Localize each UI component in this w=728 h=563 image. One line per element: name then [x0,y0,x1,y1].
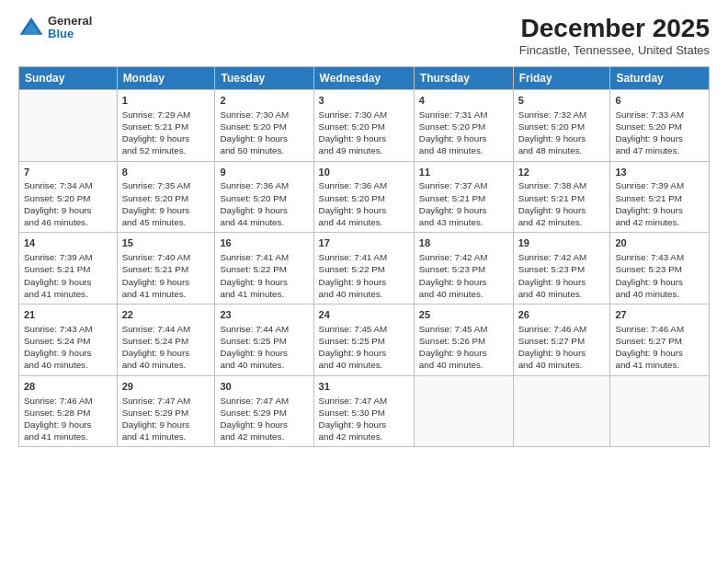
calendar-cell: 26Sunrise: 7:46 AM Sunset: 5:27 PM Dayli… [513,304,610,375]
calendar-cell [414,375,513,447]
day-info: Sunrise: 7:47 AM Sunset: 5:29 PM Dayligh… [122,395,210,443]
day-info: Sunrise: 7:36 AM Sunset: 5:20 PM Dayligh… [319,179,409,228]
calendar-cell [610,375,710,447]
calendar-cell: 17Sunrise: 7:41 AM Sunset: 5:22 PM Dayli… [313,233,414,304]
calendar-cell: 12Sunrise: 7:38 AM Sunset: 5:21 PM Dayli… [513,161,610,233]
calendar-cell: 19Sunrise: 7:42 AM Sunset: 5:23 PM Dayli… [513,233,610,304]
day-number: 21 [24,308,112,322]
subtitle: Fincastle, Tennessee, United States [519,43,710,57]
calendar: Sunday Monday Tuesday Wednesday Thursday… [18,66,710,448]
day-number: 17 [319,236,409,250]
day-info: Sunrise: 7:43 AM Sunset: 5:23 PM Dayligh… [615,251,704,300]
day-number: 20 [615,236,704,250]
calendar-cell: 13Sunrise: 7:39 AM Sunset: 5:21 PM Dayli… [610,161,710,233]
calendar-cell: 22Sunrise: 7:44 AM Sunset: 5:24 PM Dayli… [117,304,215,375]
day-info: Sunrise: 7:32 AM Sunset: 5:20 PM Dayligh… [518,109,606,157]
day-info: Sunrise: 7:40 AM Sunset: 5:21 PM Dayligh… [122,251,210,300]
calendar-cell: 27Sunrise: 7:46 AM Sunset: 5:27 PM Dayli… [610,304,710,375]
day-info: Sunrise: 7:33 AM Sunset: 5:20 PM Dayligh… [615,109,704,157]
main-title: December 2025 [519,15,710,43]
day-info: Sunrise: 7:31 AM Sunset: 5:20 PM Dayligh… [419,109,508,157]
calendar-cell [19,89,118,161]
day-info: Sunrise: 7:35 AM Sunset: 5:20 PM Dayligh… [122,179,210,228]
day-info: Sunrise: 7:30 AM Sunset: 5:20 PM Dayligh… [220,109,308,157]
page: General Blue December 2025 Fincastle, Te… [0,0,728,563]
day-info: Sunrise: 7:30 AM Sunset: 5:20 PM Dayligh… [319,109,409,157]
logo-blue: Blue [48,28,92,40]
logo-text: General Blue [48,15,92,41]
col-friday: Friday [513,66,610,89]
col-tuesday: Tuesday [215,66,313,89]
calendar-cell: 28Sunrise: 7:46 AM Sunset: 5:28 PM Dayli… [19,375,118,447]
day-info: Sunrise: 7:41 AM Sunset: 5:22 PM Dayligh… [319,251,409,300]
day-number: 14 [24,236,112,250]
day-info: Sunrise: 7:44 AM Sunset: 5:25 PM Dayligh… [220,323,308,372]
day-number: 25 [419,308,508,322]
day-info: Sunrise: 7:39 AM Sunset: 5:21 PM Dayligh… [24,251,112,300]
day-info: Sunrise: 7:47 AM Sunset: 5:30 PM Dayligh… [319,395,409,443]
calendar-cell: 11Sunrise: 7:37 AM Sunset: 5:21 PM Dayli… [414,161,513,233]
day-number: 24 [319,308,409,322]
day-number: 30 [220,380,308,394]
calendar-cell: 10Sunrise: 7:36 AM Sunset: 5:20 PM Dayli… [313,161,414,233]
day-number: 6 [615,94,704,108]
col-wednesday: Wednesday [313,66,414,89]
day-info: Sunrise: 7:42 AM Sunset: 5:23 PM Dayligh… [419,251,508,300]
header: General Blue December 2025 Fincastle, Te… [18,15,710,57]
day-info: Sunrise: 7:38 AM Sunset: 5:21 PM Dayligh… [518,179,606,228]
logo: General Blue [18,15,92,41]
day-info: Sunrise: 7:45 AM Sunset: 5:25 PM Dayligh… [319,323,409,372]
calendar-cell: 31Sunrise: 7:47 AM Sunset: 5:30 PM Dayli… [313,375,414,447]
day-number: 11 [419,166,508,179]
logo-general: General [48,15,92,28]
day-info: Sunrise: 7:43 AM Sunset: 5:24 PM Dayligh… [24,323,112,372]
calendar-cell: 4Sunrise: 7:31 AM Sunset: 5:20 PM Daylig… [414,89,513,161]
day-info: Sunrise: 7:29 AM Sunset: 5:21 PM Dayligh… [122,109,210,157]
calendar-cell: 1Sunrise: 7:29 AM Sunset: 5:21 PM Daylig… [117,89,215,161]
calendar-cell: 29Sunrise: 7:47 AM Sunset: 5:29 PM Dayli… [117,375,215,447]
day-info: Sunrise: 7:47 AM Sunset: 5:29 PM Dayligh… [220,395,308,443]
day-info: Sunrise: 7:34 AM Sunset: 5:20 PM Dayligh… [24,179,112,228]
day-number: 3 [319,94,409,108]
calendar-week-5: 28Sunrise: 7:46 AM Sunset: 5:28 PM Dayli… [19,375,710,447]
calendar-cell [513,375,610,447]
day-info: Sunrise: 7:44 AM Sunset: 5:24 PM Dayligh… [122,323,210,372]
calendar-cell: 20Sunrise: 7:43 AM Sunset: 5:23 PM Dayli… [610,233,710,304]
calendar-cell: 8Sunrise: 7:35 AM Sunset: 5:20 PM Daylig… [117,161,215,233]
col-sunday: Sunday [19,66,118,89]
col-thursday: Thursday [414,66,513,89]
calendar-cell: 25Sunrise: 7:45 AM Sunset: 5:26 PM Dayli… [414,304,513,375]
day-number: 22 [122,308,210,322]
day-number: 19 [518,236,606,250]
day-info: Sunrise: 7:39 AM Sunset: 5:21 PM Dayligh… [615,179,704,228]
calendar-header-row: Sunday Monday Tuesday Wednesday Thursday… [19,66,710,89]
day-number: 23 [220,308,308,322]
calendar-cell: 3Sunrise: 7:30 AM Sunset: 5:20 PM Daylig… [313,89,414,161]
calendar-week-2: 7Sunrise: 7:34 AM Sunset: 5:20 PM Daylig… [19,161,710,233]
day-number: 13 [615,166,704,179]
day-info: Sunrise: 7:36 AM Sunset: 5:20 PM Dayligh… [220,179,308,228]
calendar-week-1: 1Sunrise: 7:29 AM Sunset: 5:21 PM Daylig… [19,89,710,161]
day-number: 9 [220,166,308,179]
calendar-cell: 14Sunrise: 7:39 AM Sunset: 5:21 PM Dayli… [19,233,118,304]
day-info: Sunrise: 7:46 AM Sunset: 5:27 PM Dayligh… [518,323,606,372]
logo-icon [18,15,44,40]
day-number: 4 [419,94,508,108]
day-number: 29 [122,380,210,394]
calendar-cell: 7Sunrise: 7:34 AM Sunset: 5:20 PM Daylig… [19,161,118,233]
day-number: 8 [122,166,210,179]
day-info: Sunrise: 7:45 AM Sunset: 5:26 PM Dayligh… [419,323,508,372]
calendar-cell: 21Sunrise: 7:43 AM Sunset: 5:24 PM Dayli… [19,304,118,375]
day-info: Sunrise: 7:37 AM Sunset: 5:21 PM Dayligh… [419,179,508,228]
day-number: 5 [518,94,606,108]
day-info: Sunrise: 7:46 AM Sunset: 5:27 PM Dayligh… [615,323,704,372]
title-block: December 2025 Fincastle, Tennessee, Unit… [519,15,710,57]
day-info: Sunrise: 7:41 AM Sunset: 5:22 PM Dayligh… [220,251,308,300]
day-number: 31 [319,380,409,394]
day-number: 10 [319,166,409,179]
calendar-cell: 15Sunrise: 7:40 AM Sunset: 5:21 PM Dayli… [117,233,215,304]
col-monday: Monday [117,66,215,89]
day-number: 15 [122,236,210,250]
day-number: 26 [518,308,606,322]
day-info: Sunrise: 7:46 AM Sunset: 5:28 PM Dayligh… [24,395,112,443]
